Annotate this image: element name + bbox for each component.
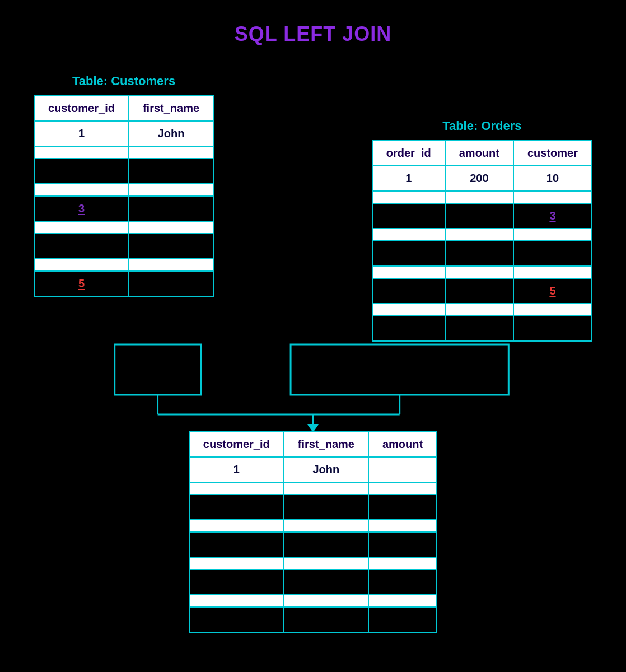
table-row: 5 Betty 800 [189,607,437,632]
highlight-5-orders-red: 5 [549,284,555,297]
table-row: 1 John [189,457,437,482]
result-table: customer_id first_name amount 1 John 2 [189,431,437,633]
result-cell-id [189,557,284,570]
page-title: SQL LEFT JOIN [0,0,626,46]
cell-customer-id [34,221,129,234]
cell-customer-id [34,146,129,158]
cell-order-id: 3 [372,241,445,266]
result-cell-id: 4 [189,570,284,595]
highlight-3-orders-purple: 3 [549,209,555,222]
result-cell-id: 1 [189,457,284,482]
cell-order-id: 4 [372,278,445,304]
cell-customer [513,228,592,241]
result-cell-amount [368,595,437,607]
result-cell-id [189,482,284,494]
table-row [34,221,213,234]
cell-amount [445,304,513,316]
result-cell-id: 3 [189,532,284,557]
cell-amount: 150 [445,316,513,341]
result-cell-id [189,520,284,532]
result-col-name: first_name [284,432,368,457]
table-row: 1 John [34,121,213,146]
highlight-3-purple: 3 [78,202,85,214]
cell-customer: 10 [513,166,592,191]
cell-customer [513,191,592,203]
result-cell-id [189,595,284,607]
cell-customer-id [34,259,129,271]
cell-order-id: 5 [372,316,445,341]
table-row [372,266,592,278]
orders-col-customer: customer [513,141,592,166]
cell-order-id [372,304,445,316]
svg-rect-0 [115,344,202,395]
table-row [189,557,437,570]
cell-amount: 800 [445,278,513,304]
cell-order-id [372,191,445,203]
table-row: 3 David 500 [189,532,437,557]
result-col-amount: amount [368,432,437,457]
orders-col-id: order_id [372,141,445,166]
cell-customer [513,304,592,316]
table-row: 4 John [34,234,213,259]
result-cell-name [284,595,368,607]
cell-customer: 6 [513,241,592,266]
cell-customer-id: 1 [34,121,129,146]
cell-first-name [129,146,213,158]
result-cell-name: John [284,570,368,595]
result-cell-amount [368,494,437,520]
customers-col-name: first_name [129,96,213,121]
table-row: 4 John [189,570,437,595]
table-row [34,146,213,158]
result-cell-name: Robert [284,494,368,520]
table-row: 2 500 3 [372,203,592,228]
result-table-wrapper: customer_id first_name amount 1 John 2 [189,431,437,633]
table-row: 1 200 10 [372,166,592,191]
result-cell-name: John [284,457,368,482]
result-col-id: customer_id [189,432,284,457]
cell-customer-id: 4 [34,234,129,259]
cell-customer: 8 [513,316,592,341]
result-cell-amount [368,520,437,532]
table-row: 2 Robert [189,494,437,520]
customers-table-label: Table: Customers [34,74,214,88]
cell-first-name: David [129,196,213,221]
result-cell-amount [368,482,437,494]
cell-first-name: John [129,234,213,259]
cell-first-name: Betty [129,271,213,296]
cell-customer-id: 3 [34,196,129,221]
result-section: customer_id first_name amount 1 John 2 [0,431,626,666]
cell-amount: 500 [445,203,513,228]
result-cell-amount [368,557,437,570]
table-row [189,595,437,607]
result-cell-amount: 800 [368,607,437,632]
cell-customer-id [34,184,129,196]
orders-table-label: Table: Orders [372,119,592,133]
table-row: 3 David [34,196,213,221]
cell-first-name: John [129,121,213,146]
tables-section: Table: Customers customer_id first_name … [0,74,626,342]
table-row: 5 150 8 [372,316,592,341]
customers-col-id: customer_id [34,96,129,121]
cell-first-name: Robert [129,158,213,184]
orders-table-wrapper: Table: Orders order_id amount customer 1… [372,119,592,342]
cell-customer: 3 [513,203,592,228]
table-row [189,520,437,532]
table-row: 4 800 5 [372,278,592,304]
cell-customer: 5 [513,278,592,304]
result-cell-name [284,482,368,494]
cell-amount [445,191,513,203]
cell-order-id: 1 [372,166,445,191]
table-row [372,228,592,241]
table-row [372,304,592,316]
result-cell-amount [368,457,437,482]
table-row [34,184,213,196]
customers-table: customer_id first_name 1 John 2 Robert [34,95,214,297]
table-row: 5 Betty [34,271,213,296]
cell-order-id [372,266,445,278]
highlight-5-red: 5 [78,277,85,290]
table-row [189,482,437,494]
result-cell-id: 2 [189,494,284,520]
cell-customer-id: 2 [34,158,129,184]
cell-amount: 300 [445,241,513,266]
cell-order-id: 2 [372,203,445,228]
